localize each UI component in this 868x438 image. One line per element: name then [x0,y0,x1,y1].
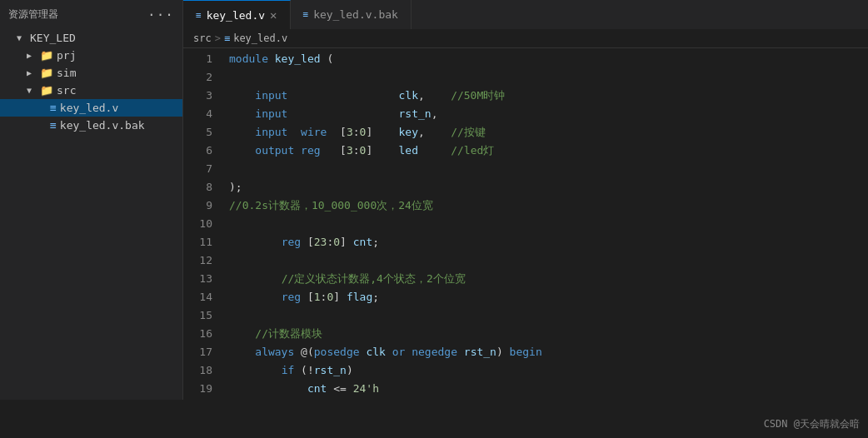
tab1-label: key_led.v [207,9,265,22]
title-bar: 资源管理器 ··· ≡ key_led.v ✕ ≡ key_led.v.bak [0,0,868,29]
tab1-close-icon[interactable]: ✕ [270,8,277,22]
code-line-18: if (!rst_n) [229,361,868,380]
sidebar-src-label: src [57,84,76,97]
code-area[interactable]: 12345 678910 1112131415 16171819 module … [183,48,868,400]
code-line-4: input rst_n, [229,105,868,123]
code-line-6: output reg [3:0] led //led灯 [229,142,868,160]
explorer-label: 资源管理器 [8,7,58,22]
code-line-15 [229,306,868,325]
main-area: ▼ KEY_LED ▶ 📁 prj ▶ 📁 sim ▼ 📁 src ≡ [0,29,868,400]
sidebar-folder-icon: 📁 [40,49,53,62]
chevron-right-icon: ▶ [27,68,37,77]
sidebar-root-label: KEY_LED [30,32,76,44]
code-line-2 [229,68,868,87]
line-numbers: 12345 678910 1112131415 16171819 [183,48,221,400]
editor[interactable]: src > ≡ key_led.v 12345 678910 111213141… [183,29,868,400]
sidebar-file-icon-bak: ≡ [50,119,57,132]
code-line-13: //定义状态计数器,4个状态，2个位宽 [229,270,868,288]
sidebar-folder-icon: 📁 [40,84,53,97]
sidebar: ▼ KEY_LED ▶ 📁 prj ▶ 📁 sim ▼ 📁 src ≡ [0,29,183,400]
tab-key-led-v-bak[interactable]: ≡ key_led.v.bak [291,0,412,29]
sidebar-root-folder[interactable]: ▼ KEY_LED [0,29,182,47]
chevron-down-icon: ▼ [27,86,37,95]
sidebar-item-prj[interactable]: ▶ 📁 prj [0,47,182,64]
code-line-1: module key_led ( [229,50,868,68]
code-line-12 [229,251,868,270]
chevron-right-icon: ▶ [27,51,37,60]
sidebar-item-key-led-v-bak[interactable]: ≡ key_led.v.bak [0,117,182,134]
code-line-11: reg [23:0] cnt; [229,233,868,251]
breadcrumb-src: src [193,32,212,44]
watermark: CSDN @天会晴就会暗 [764,417,860,431]
tab2-label: key_led.v.bak [313,8,398,21]
sidebar-item-sim[interactable]: ▶ 📁 sim [0,64,182,82]
sidebar-item-key-led-v[interactable]: ≡ key_led.v [0,99,182,117]
code-line-14: reg [1:0] flag; [229,288,868,306]
code-line-3: input clk, //50M时钟 [229,87,868,105]
code-line-8: ); [229,178,868,197]
code-line-7 [229,160,868,178]
code-line-19: cnt <= 24'h [229,380,868,398]
code-line-5: input wire [3:0] key, //按键 [229,123,868,142]
tab-key-led-v[interactable]: ≡ key_led.v ✕ [183,0,291,29]
sidebar-prj-label: prj [57,49,76,62]
more-options-icon[interactable]: ··· [147,7,174,22]
code-line-17: always @(posedge clk or negedge rst_n) b… [229,343,868,361]
sidebar-key-led-v-bak-label: key_led.v.bak [60,119,145,132]
code-line-9: //0.2s计数器，10_000_000次，24位宽 [229,197,868,215]
file-icon: ≡ [196,10,202,21]
explorer-panel-header: 资源管理器 ··· [0,0,183,29]
code-line-16: //计数器模块 [229,325,868,343]
breadcrumb: src > ≡ key_led.v [183,29,868,48]
file-icon-bak: ≡ [303,9,309,20]
sidebar-item-src[interactable]: ▼ 📁 src [0,82,182,99]
breadcrumb-file: key_led.v [233,32,287,44]
code-line-10 [229,215,868,233]
sidebar-file-icon: ≡ [50,102,57,114]
breadcrumb-sep: > [215,32,221,44]
sidebar-key-led-v-label: key_led.v [60,102,118,114]
sidebar-sim-label: sim [57,67,76,79]
sidebar-folder-icon: 📁 [40,67,53,79]
chevron-down-icon: ▼ [17,33,27,42]
tab-bar: ≡ key_led.v ✕ ≡ key_led.v.bak [183,0,868,29]
code-content[interactable]: module key_led ( input clk, //50M时钟 inpu… [221,48,868,400]
breadcrumb-file-icon: ≡ [224,32,230,44]
